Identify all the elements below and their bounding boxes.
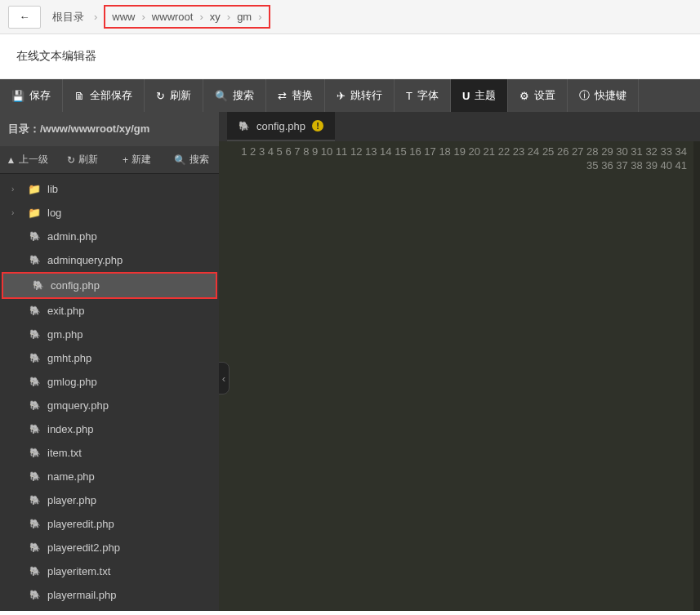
theme-button[interactable]: U主题	[451, 79, 508, 112]
code-editor[interactable]: ‹ 1 2 3 4 5 6 7 8 9 10 11 12 13 14 15 16…	[219, 141, 700, 611]
chevron-right-icon: ›	[91, 11, 100, 23]
replace-button[interactable]: ⇄替换	[266, 79, 325, 112]
tab-config-php[interactable]: 🐘 config.php !	[227, 112, 335, 141]
file-name: player.php	[47, 494, 96, 506]
file-item[interactable]: 🐘item.txt	[0, 441, 219, 465]
line-numbers: 1 2 3 4 5 6 7 8 9 10 11 12 13 14 15 16 1…	[219, 141, 693, 611]
up-level-button[interactable]: ▲上一级	[0, 146, 55, 173]
directory-tools: ▲上一级 ↻刷新 +新建 🔍搜索	[0, 146, 219, 174]
file-name: playeritem.txt	[47, 565, 110, 577]
file-item[interactable]: 🐘playeredit.php	[0, 512, 219, 536]
file-sidebar: 目录：/www/wwwroot/xy/gm ▲上一级 ↻刷新 +新建 🔍搜索 ›…	[0, 112, 219, 611]
code-content[interactable]: $key=''; //error_reporting(0); ini_set('…	[693, 141, 700, 611]
file-icon: 🐘	[29, 590, 41, 600]
shortcuts-button[interactable]: ⓘ快捷键	[568, 79, 639, 112]
font-button[interactable]: T字体	[395, 79, 451, 112]
tree-refresh-button[interactable]: ↻刷新	[55, 146, 109, 173]
folder-icon: 📁	[28, 207, 41, 219]
search-icon: 🔍	[215, 90, 228, 102]
folder-item[interactable]: ›📁log	[0, 201, 219, 225]
gear-icon: ⚙	[519, 90, 529, 102]
file-item[interactable]: 🐘playeredit2.php	[0, 536, 219, 559]
file-item[interactable]: 🐘name.php	[0, 465, 219, 488]
file-name: config.php	[51, 279, 100, 292]
file-icon: 🐘	[29, 424, 41, 435]
plus-icon: +	[123, 154, 128, 166]
file-item[interactable]: 🐘config.php	[2, 272, 217, 299]
save-icon: 💾	[11, 90, 25, 102]
file-icon: 🐘	[29, 471, 41, 482]
breadcrumb-bar: ← 根目录 › www › wwwroot › xy › gm ›	[0, 0, 700, 34]
replace-icon: ⇄	[278, 90, 287, 102]
file-icon: 🐘	[29, 566, 41, 577]
file-tree: ›📁lib›📁log🐘admin.php🐘adminquery.php🐘conf…	[0, 174, 219, 611]
file-name: admin.php	[47, 230, 97, 243]
file-name: lib	[47, 183, 58, 195]
back-button[interactable]: ←	[8, 6, 41, 29]
file-name: log	[47, 207, 61, 219]
file-item[interactable]: 🐘gmlog.php	[0, 370, 219, 394]
file-icon: 🐘	[29, 519, 41, 529]
up-icon: ▲	[7, 154, 16, 166]
refresh-button[interactable]: ↻刷新	[145, 79, 203, 112]
chevron-right-icon: ›	[11, 185, 21, 194]
settings-button[interactable]: ⚙设置	[508, 79, 568, 112]
folder-item[interactable]: ›📁lib	[0, 177, 219, 201]
file-item[interactable]: 🐘gm.php	[0, 323, 219, 346]
file-icon: 🐘	[29, 305, 41, 316]
file-name: gmlog.php	[47, 376, 97, 388]
main-area: 目录：/www/wwwroot/xy/gm ▲上一级 ↻刷新 +新建 🔍搜索 ›…	[0, 112, 700, 611]
arrow-left-icon: ←	[20, 11, 30, 23]
file-item[interactable]: 🐘player.php	[0, 488, 219, 512]
save-all-button[interactable]: 🗎全部保存	[63, 79, 145, 112]
chevron-right-icon: ›	[11, 208, 21, 217]
file-item[interactable]: 🐘playeritem.txt	[0, 559, 219, 583]
save-all-icon: 🗎	[74, 90, 85, 102]
file-item[interactable]: 🐘index.php	[0, 417, 219, 441]
file-icon: 🐘	[33, 280, 44, 291]
chevron-right-icon: ›	[255, 11, 265, 23]
file-icon: 🐘	[29, 377, 41, 387]
editor-area: 🐘 config.php ! ‹ 1 2 3 4 5 6 7 8 9 10 11…	[219, 112, 700, 611]
file-name: playeredit.php	[47, 518, 114, 530]
file-name: playermail.php	[47, 589, 117, 601]
file-item[interactable]: 🐘playerquery.php	[0, 607, 219, 611]
goto-icon: ✈	[337, 90, 346, 102]
php-icon: 🐘	[239, 121, 250, 131]
file-item[interactable]: 🐘admin.php	[0, 225, 219, 248]
file-icon: 🐘	[29, 231, 41, 242]
search-button[interactable]: 🔍搜索	[203, 79, 266, 112]
tree-search-button[interactable]: 🔍搜索	[164, 146, 219, 173]
file-icon: 🐘	[29, 255, 41, 265]
folder-icon: 📁	[28, 183, 41, 195]
file-icon: 🐘	[29, 448, 41, 458]
save-button[interactable]: 💾保存	[0, 79, 63, 112]
new-file-button[interactable]: +新建	[109, 146, 164, 173]
file-item[interactable]: 🐘playermail.php	[0, 583, 219, 607]
file-name: gmquery.php	[47, 399, 109, 412]
file-item[interactable]: 🐘gmquery.php	[0, 394, 219, 417]
theme-icon: U	[462, 90, 470, 102]
breadcrumb-item[interactable]: gm	[234, 8, 255, 25]
file-item[interactable]: 🐘adminquery.php	[0, 248, 219, 272]
file-icon: 🐘	[29, 329, 41, 340]
breadcrumb-root[interactable]: 根目录	[49, 7, 87, 27]
file-item[interactable]: 🐘gmht.php	[0, 346, 219, 370]
breadcrumb-item[interactable]: xy	[207, 8, 224, 25]
file-icon: 🐘	[29, 542, 41, 553]
file-name: item.txt	[47, 447, 82, 459]
goto-button[interactable]: ✈跳转行	[325, 79, 395, 112]
file-name: gmht.php	[47, 352, 91, 364]
collapse-sidebar-button[interactable]: ‹	[219, 362, 230, 394]
file-item[interactable]: 🐘exit.php	[0, 299, 219, 323]
file-name: playeredit2.php	[47, 541, 120, 554]
chevron-left-icon: ‹	[222, 372, 225, 385]
file-name: index.php	[47, 423, 93, 435]
breadcrumb-item[interactable]: www	[109, 8, 138, 25]
breadcrumb-highlight: www › wwwroot › xy › gm ›	[104, 5, 270, 29]
file-icon: 🐘	[29, 353, 41, 363]
file-icon: 🐘	[29, 495, 41, 506]
file-name: adminquery.php	[47, 254, 123, 266]
breadcrumb-item[interactable]: wwwroot	[149, 8, 197, 25]
refresh-icon: ↻	[67, 154, 75, 166]
